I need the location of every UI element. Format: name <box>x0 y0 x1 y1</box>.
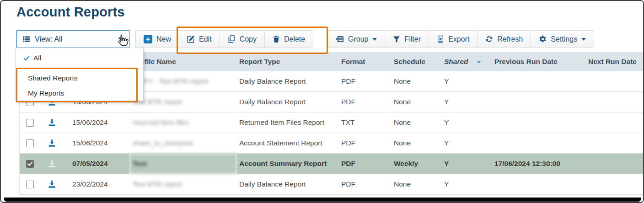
refresh-button[interactable]: Refresh <box>477 30 531 48</box>
hand-cursor-icon <box>115 33 131 52</box>
cell-next-run-date <box>587 71 644 92</box>
filter-button[interactable]: Filter <box>385 30 429 48</box>
dropdown-item-label: All <box>33 54 41 62</box>
page-title: Account Reports <box>16 5 125 20</box>
download-icon[interactable] <box>48 180 56 188</box>
cell-format: TXT <box>340 112 392 133</box>
cell-profile-name: COPY - Test BTR report <box>129 71 237 92</box>
settings-button[interactable]: Settings <box>531 30 594 48</box>
chevron-down-icon <box>581 38 586 41</box>
cell-format: PDF <box>340 174 392 195</box>
new-button-label: New <box>156 35 171 43</box>
cell-shared: Y <box>443 154 493 174</box>
cell-schedule: None <box>392 174 443 195</box>
view-dropdown-button[interactable]: View: All <box>16 30 129 48</box>
copy-button-label: Copy <box>240 35 257 43</box>
dropdown-item-label: My Reports <box>28 89 64 97</box>
cell-report-type: Daily Balance Report <box>237 92 340 112</box>
cell-shared: Y <box>443 133 493 154</box>
cell-schedule: None <box>392 71 443 92</box>
row-checkbox[interactable] <box>26 181 34 188</box>
group-icon <box>336 35 344 43</box>
cell-shared: Y <box>443 174 493 195</box>
cell-report-type: Daily Balance Report <box>237 174 340 195</box>
cell-schedule: None <box>392 92 443 112</box>
cell-shared: Y <box>443 71 493 92</box>
dropdown-item-all[interactable]: All <box>16 51 143 65</box>
row-checkbox[interactable] <box>26 139 34 147</box>
table-row[interactable]: 15/06/2024 returned item files Returned … <box>20 112 644 133</box>
gear-icon <box>539 35 547 43</box>
crud-button-group: + New Edit Copy Delete <box>136 30 313 48</box>
cell-previous-run-date <box>493 174 587 195</box>
cell-profile-name: share_to_everyone <box>129 133 237 154</box>
header-shared[interactable]: Shared <box>443 52 493 71</box>
table-row[interactable]: 15/06/2024 share_to_everyone Account Sta… <box>20 133 644 154</box>
cell-next-run-date <box>587 174 644 195</box>
group-button-label: Group <box>348 35 368 43</box>
header-next-run-date[interactable]: Next Run Date <box>587 52 644 71</box>
export-button[interactable]: Export <box>429 30 478 48</box>
list-view-icon <box>22 35 30 43</box>
settings-button-label: Settings <box>551 35 577 43</box>
edit-button[interactable]: Edit <box>179 30 220 48</box>
cell-date: 07/05/2024 <box>63 154 129 174</box>
copy-button[interactable]: Copy <box>220 30 265 48</box>
cell-schedule: None <box>392 133 443 154</box>
cell-previous-run-date: 17/06/2024 12:30:00 <box>493 154 587 174</box>
cell-report-type: Account Summary Report <box>237 154 340 174</box>
cell-shared: Y <box>443 92 493 112</box>
header-schedule[interactable]: Schedule <box>392 52 443 71</box>
dropdown-divider <box>16 68 143 69</box>
table-row[interactable]: 23/02/2024 Test BTR report Daily Balance… <box>20 174 644 195</box>
chevron-down-icon <box>372 38 377 41</box>
download-icon[interactable] <box>48 139 56 147</box>
edit-button-label: Edit <box>199 35 212 43</box>
table-row[interactable]: 07/05/2024 Test Account Summary Report P… <box>20 154 644 174</box>
delete-button[interactable]: Delete <box>264 30 313 48</box>
cell-profile-name: Test BTR report <box>129 92 237 112</box>
cell-profile-name: Test <box>129 154 237 174</box>
row-checkbox[interactable] <box>26 119 34 127</box>
export-excel-icon <box>437 35 444 43</box>
cell-next-run-date <box>587 92 644 112</box>
cell-report-type: Returned Item Files Report <box>237 112 340 133</box>
cell-previous-run-date <box>493 71 587 92</box>
cell-date: 15/06/2024 <box>63 133 129 154</box>
cell-format: PDF <box>340 154 392 174</box>
trash-icon <box>273 35 280 43</box>
cell-next-run-date <box>587 154 644 174</box>
dropdown-item-my-reports[interactable]: My Reports <box>16 86 143 101</box>
filter-funnel-icon <box>393 36 400 43</box>
row-checkbox[interactable] <box>26 160 34 168</box>
edit-pencil-icon <box>187 35 195 43</box>
dropdown-item-shared-reports[interactable]: Shared Reports <box>16 71 143 85</box>
header-report-type[interactable]: Report Type <box>237 52 340 71</box>
cell-previous-run-date <box>493 92 587 112</box>
group-button[interactable]: Group <box>327 30 385 48</box>
delete-button-label: Delete <box>284 35 305 43</box>
cell-profile-name: Test BTR report <box>129 174 237 195</box>
cell-report-type: Daily Balance Report <box>237 71 340 92</box>
view-dropdown-menu: All Shared Reports My Reports <box>16 48 144 101</box>
cell-date: 15/06/2024 <box>63 112 129 133</box>
cell-schedule: Weekly <box>392 154 443 174</box>
cell-next-run-date <box>587 133 644 154</box>
plus-icon: + <box>144 35 152 43</box>
table-tools-button-group: Group Filter Export Refresh Settings <box>328 30 594 48</box>
cell-format: PDF <box>340 71 392 92</box>
header-format[interactable]: Format <box>340 52 392 71</box>
view-dropdown-label: View: All <box>35 35 62 43</box>
refresh-button-label: Refresh <box>497 35 523 43</box>
sort-desc-icon <box>477 61 481 64</box>
download-icon[interactable] <box>48 160 56 168</box>
cell-previous-run-date <box>493 112 587 133</box>
cell-schedule: None <box>392 112 443 133</box>
check-icon <box>23 55 30 61</box>
cell-format: PDF <box>340 92 392 112</box>
header-previous-run-date[interactable]: Previous Run Date <box>493 52 587 71</box>
header-profile-name[interactable]: Profile Name <box>129 52 237 71</box>
new-button[interactable]: + New <box>135 30 179 48</box>
cell-previous-run-date <box>493 133 587 154</box>
download-icon[interactable] <box>48 118 56 127</box>
